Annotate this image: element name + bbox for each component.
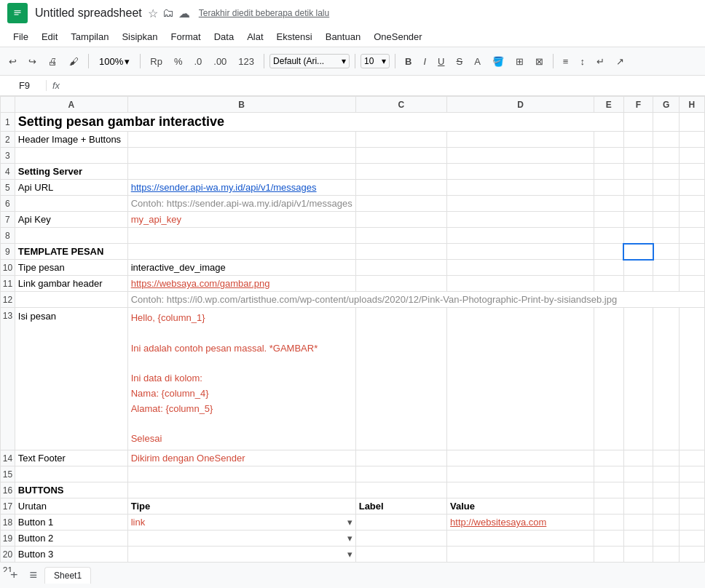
cell-E5[interactable] bbox=[594, 180, 624, 196]
cell-F15[interactable] bbox=[623, 466, 653, 482]
cell-G15[interactable] bbox=[653, 466, 680, 482]
cell-G14[interactable] bbox=[653, 450, 680, 466]
cell-B8[interactable] bbox=[127, 228, 355, 244]
cell-B18[interactable]: link ▾ bbox=[127, 514, 355, 531]
menu-data[interactable]: Data bbox=[208, 29, 240, 44]
cell-D14[interactable] bbox=[447, 450, 594, 466]
cell-B9[interactable] bbox=[127, 244, 355, 260]
currency-button[interactable]: Rp bbox=[146, 53, 167, 70]
cell-E20[interactable] bbox=[594, 547, 624, 563]
cell-F3[interactable] bbox=[623, 148, 653, 164]
align-button[interactable]: ≡ bbox=[559, 53, 573, 70]
cell-H5[interactable] bbox=[679, 180, 704, 196]
cell-G4[interactable] bbox=[653, 164, 680, 180]
menu-ekstensi[interactable]: Ekstensi bbox=[271, 29, 318, 44]
cell-E3[interactable] bbox=[594, 148, 624, 164]
cell-A15[interactable] bbox=[15, 466, 127, 482]
cell-A4[interactable]: Setting Server bbox=[15, 164, 127, 180]
menu-alat[interactable]: Alat bbox=[241, 29, 269, 44]
cell-F5[interactable] bbox=[623, 180, 653, 196]
cell-F8[interactable] bbox=[623, 228, 653, 244]
cell-F6[interactable] bbox=[623, 196, 653, 212]
decimal-more-button[interactable]: .00 bbox=[209, 53, 231, 70]
cell-C19[interactable] bbox=[355, 531, 446, 547]
cell-E19[interactable] bbox=[594, 531, 624, 547]
col-F[interactable]: F bbox=[623, 97, 653, 113]
cell-E9[interactable] bbox=[594, 244, 624, 260]
cell-B7[interactable]: my_api_key bbox=[127, 212, 355, 228]
menu-bantuan[interactable]: Bantuan bbox=[320, 29, 366, 44]
col-H[interactable]: H bbox=[679, 97, 704, 113]
cell-H14[interactable] bbox=[679, 450, 704, 466]
valign-button[interactable]: ↕ bbox=[575, 53, 589, 70]
cell-B13[interactable]: Hello, {column_1} Ini adalah contoh pesa… bbox=[127, 308, 355, 450]
cell-D20[interactable] bbox=[447, 547, 594, 563]
cell-H4[interactable] bbox=[679, 164, 704, 180]
cell-A20[interactable]: Button 3 bbox=[15, 547, 127, 563]
redo-button[interactable]: ↪ bbox=[24, 53, 41, 70]
cell-B4[interactable] bbox=[127, 164, 355, 180]
cell-H8[interactable] bbox=[679, 228, 704, 244]
cell-F19[interactable] bbox=[623, 531, 653, 547]
cell-G18[interactable] bbox=[653, 514, 680, 531]
cell-C14[interactable] bbox=[355, 450, 446, 466]
cell-C16[interactable] bbox=[355, 482, 446, 498]
cell-G19[interactable] bbox=[653, 531, 680, 547]
cell-F16[interactable] bbox=[623, 482, 653, 498]
col-C[interactable]: C bbox=[355, 97, 446, 113]
cell-A3[interactable] bbox=[15, 148, 127, 164]
col-D[interactable]: D bbox=[447, 97, 594, 113]
cell-H19[interactable] bbox=[679, 531, 704, 547]
cell-F7[interactable] bbox=[623, 212, 653, 228]
cell-E8[interactable] bbox=[594, 228, 624, 244]
cell-C20[interactable] bbox=[355, 547, 446, 563]
cell-A5[interactable]: Api URL bbox=[15, 180, 127, 196]
cell-D16[interactable] bbox=[447, 482, 594, 498]
cell-G11[interactable] bbox=[653, 276, 680, 292]
cell-F13[interactable] bbox=[623, 308, 653, 450]
cell-F20[interactable] bbox=[623, 547, 653, 563]
cell-B14[interactable]: Dikirim dengan OneSender bbox=[127, 450, 355, 466]
cell-E14[interactable] bbox=[594, 450, 624, 466]
cell-E11[interactable] bbox=[594, 276, 624, 292]
cell-H13[interactable] bbox=[679, 308, 704, 450]
cell-A14[interactable]: Text Footer bbox=[15, 450, 127, 466]
cell-A6[interactable] bbox=[15, 196, 127, 212]
cell-A7[interactable]: Api Key bbox=[15, 212, 127, 228]
zoom-selector[interactable]: 100% ▾ bbox=[94, 54, 135, 69]
cell-C8[interactable] bbox=[355, 228, 446, 244]
cell-G17[interactable] bbox=[653, 498, 680, 514]
cell-F17[interactable] bbox=[623, 498, 653, 514]
cell-B10[interactable]: interactive_dev_image bbox=[127, 260, 355, 276]
cell-H15[interactable] bbox=[679, 466, 704, 482]
cell-H6[interactable] bbox=[679, 196, 704, 212]
cell-C13[interactable] bbox=[355, 308, 446, 450]
cell-D2[interactable] bbox=[447, 132, 594, 148]
cell-E4[interactable] bbox=[594, 164, 624, 180]
cell-B2[interactable] bbox=[127, 132, 355, 148]
cell-E13[interactable] bbox=[594, 308, 624, 450]
cell-B20[interactable]: ▾ bbox=[127, 547, 355, 563]
cell-D13[interactable] bbox=[447, 308, 594, 450]
cell-D19[interactable] bbox=[447, 531, 594, 547]
cell-E16[interactable] bbox=[594, 482, 624, 498]
cell-A9[interactable]: TEMPLATE PESAN bbox=[15, 244, 127, 260]
cell-H11[interactable] bbox=[679, 276, 704, 292]
cell-D10[interactable] bbox=[447, 260, 594, 276]
menu-format[interactable]: Format bbox=[165, 29, 207, 44]
cell-A18[interactable]: Button 1 bbox=[15, 514, 127, 531]
col-A[interactable]: A bbox=[15, 97, 127, 113]
cell-B19[interactable]: ▾ bbox=[127, 531, 355, 547]
cell-G1[interactable] bbox=[653, 113, 680, 132]
col-E[interactable]: E bbox=[594, 97, 624, 113]
cell-H7[interactable] bbox=[679, 212, 704, 228]
drive-icon[interactable]: 🗂 bbox=[162, 7, 174, 20]
cell-D6[interactable] bbox=[447, 196, 594, 212]
cell-G16[interactable] bbox=[653, 482, 680, 498]
cell-A16[interactable]: BUTTONS bbox=[15, 482, 127, 498]
cell-A11[interactable]: Link gambar header bbox=[15, 276, 127, 292]
print-button[interactable]: 🖨 bbox=[44, 53, 62, 70]
menu-onesender[interactable]: OneSender bbox=[368, 29, 428, 44]
col-B[interactable]: B bbox=[127, 97, 355, 113]
cell-reference[interactable]: F9 bbox=[3, 80, 47, 91]
